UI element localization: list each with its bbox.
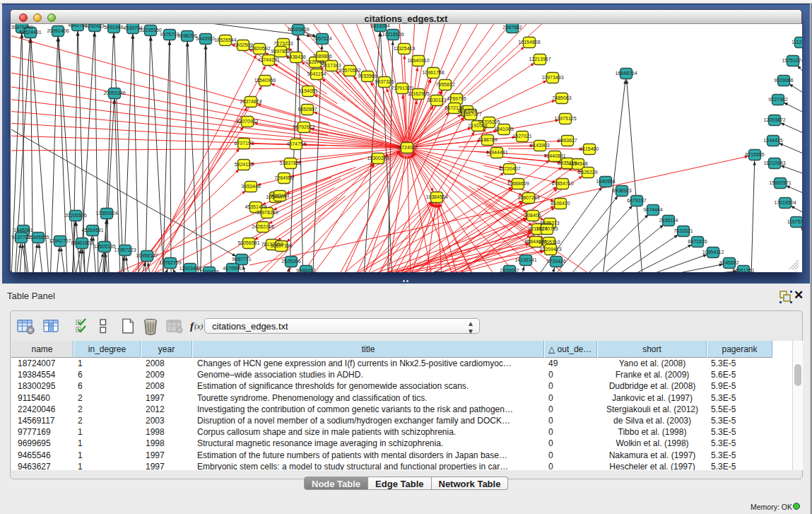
svg-text:7700828: 7700828: [199, 269, 218, 272]
svg-text:8106470: 8106470: [551, 201, 570, 206]
svg-text:7632621: 7632621: [673, 228, 693, 233]
svg-text:9852897: 9852897: [298, 107, 317, 112]
svg-text:7955812: 7955812: [435, 82, 454, 87]
svg-text:82070937: 82070937: [236, 119, 258, 124]
svg-text:6438436: 6438436: [286, 54, 305, 59]
svg-text:12093872: 12093872: [763, 117, 785, 122]
svg-text:19384554: 19384554: [425, 194, 447, 199]
svg-text:15692971: 15692971: [769, 180, 791, 185]
svg-text:20570592: 20570592: [339, 68, 360, 73]
svg-text:18724007: 18724007: [396, 145, 418, 150]
svg-text:11540956: 11540956: [254, 78, 276, 83]
svg-text:10961758: 10961758: [422, 70, 444, 75]
svg-text:14136141: 14136141: [514, 257, 536, 262]
svg-text:8938923: 8938923: [612, 188, 631, 193]
svg-text:8471676: 8471676: [688, 239, 707, 244]
svg-text:66792612: 66792612: [293, 124, 314, 129]
svg-text:7089806: 7089806: [312, 54, 331, 59]
svg-text:33978249: 33978249: [256, 210, 278, 215]
svg-text:17359924: 17359924: [95, 211, 117, 216]
svg-text:11325419: 11325419: [394, 46, 416, 51]
svg-text:19218506: 19218506: [382, 32, 404, 37]
svg-text:16210643: 16210643: [763, 160, 785, 165]
svg-text:5491946: 5491946: [104, 25, 123, 30]
svg-text:5443951: 5443951: [196, 36, 215, 41]
svg-text:3030113: 3030113: [428, 98, 447, 103]
svg-text:1845061: 1845061: [13, 228, 33, 233]
svg-text:2687682: 2687682: [502, 25, 522, 30]
svg-text:9153566: 9153566: [358, 74, 377, 78]
svg-text:7485063: 7485063: [552, 95, 571, 100]
svg-text:23209423: 23209423: [539, 247, 561, 252]
svg-text:51837852: 51837852: [279, 160, 301, 165]
svg-text:7857224: 7857224: [312, 36, 331, 41]
svg-text:5017343: 5017343: [322, 63, 341, 68]
svg-text:43744231: 43744231: [257, 57, 279, 62]
svg-text:10654112: 10654112: [702, 250, 724, 255]
svg-text:72820592: 72820592: [248, 46, 270, 51]
svg-text:17957223: 17957223: [114, 247, 136, 252]
svg-text:(x): (x): [194, 322, 204, 331]
svg-text:25374874: 25374874: [240, 99, 261, 104]
svg-text:4679591: 4679591: [223, 266, 242, 271]
svg-text:5924115: 5924115: [235, 162, 254, 167]
svg-text:9143903: 9143903: [530, 143, 549, 148]
svg-text:10154808: 10154808: [518, 40, 540, 45]
svg-text:1112480: 1112480: [792, 40, 802, 45]
svg-text:1244415: 1244415: [763, 138, 782, 143]
svg-text:9474444: 9474444: [643, 207, 662, 212]
svg-text:18526544: 18526544: [214, 37, 236, 42]
svg-text:39557077: 39557077: [459, 112, 481, 117]
svg-text:94705205: 94705205: [478, 119, 500, 124]
svg-text:9329966: 9329966: [774, 78, 793, 83]
svg-text:2525206: 2525206: [281, 259, 300, 264]
svg-text:88461803: 88461803: [71, 240, 93, 245]
svg-text:9245652: 9245652: [719, 260, 739, 265]
svg-text:3154051: 3154051: [298, 88, 317, 93]
svg-text:32162965: 32162965: [407, 91, 429, 96]
svg-text:20053346: 20053346: [103, 90, 125, 95]
svg-text:908406: 908406: [524, 213, 541, 218]
svg-text:10688609: 10688609: [507, 181, 529, 186]
svg-text:2626229: 2626229: [578, 170, 597, 175]
svg-text:7264956: 7264956: [274, 175, 293, 180]
svg-text:15751074: 15751074: [782, 58, 802, 63]
svg-text:50056581: 50056581: [237, 240, 259, 245]
svg-text:8835373: 8835373: [540, 221, 559, 226]
svg-text:1527021: 1527021: [512, 134, 531, 139]
svg-text:41944441: 41944441: [486, 150, 507, 155]
svg-text:12213967: 12213967: [529, 57, 551, 62]
svg-text:39476249: 39476249: [11, 25, 33, 30]
svg-text:4769795: 4769795: [447, 96, 466, 101]
svg-text:13975125: 13975125: [554, 116, 576, 121]
svg-text:8698256: 8698256: [177, 33, 196, 38]
svg-text:45264581: 45264581: [81, 228, 103, 233]
svg-text:9657771: 9657771: [232, 257, 251, 262]
svg-text:6479197: 6479197: [627, 198, 646, 203]
svg-text:3653446: 3653446: [241, 184, 260, 189]
svg-text:67854710: 67854710: [551, 181, 573, 186]
svg-text:1167533: 1167533: [787, 219, 802, 224]
svg-text:2935114: 2935114: [659, 218, 678, 223]
svg-text:4374754: 4374754: [286, 141, 305, 146]
svg-text:12942757: 12942757: [49, 238, 71, 243]
svg-text:18640910: 18640910: [407, 58, 429, 63]
svg-text:16648764: 16648764: [615, 71, 637, 76]
svg-text:66661351: 66661351: [732, 268, 754, 272]
svg-text:9227342: 9227342: [768, 97, 787, 102]
svg-text:20206576: 20206576: [64, 213, 86, 218]
svg-text:73440831: 73440831: [543, 153, 565, 158]
svg-text:16782759: 16782759: [159, 260, 181, 265]
svg-text:12505135: 12505135: [93, 244, 115, 249]
svg-text:6707197: 6707197: [234, 141, 253, 146]
svg-text:45351479: 45351479: [245, 204, 266, 209]
svg-text:85345555: 85345555: [27, 235, 49, 240]
svg-text:8215955: 8215955: [745, 152, 764, 157]
svg-text:10958107: 10958107: [136, 253, 158, 258]
svg-text:9548432: 9548432: [296, 268, 315, 272]
svg-text:5041154: 5041154: [307, 71, 326, 76]
svg-text:97705310: 97705310: [538, 240, 560, 245]
svg-text:1640954: 1640954: [596, 179, 615, 184]
svg-text:53524491: 53524491: [19, 30, 41, 35]
svg-text:16033809: 16033809: [287, 27, 309, 32]
